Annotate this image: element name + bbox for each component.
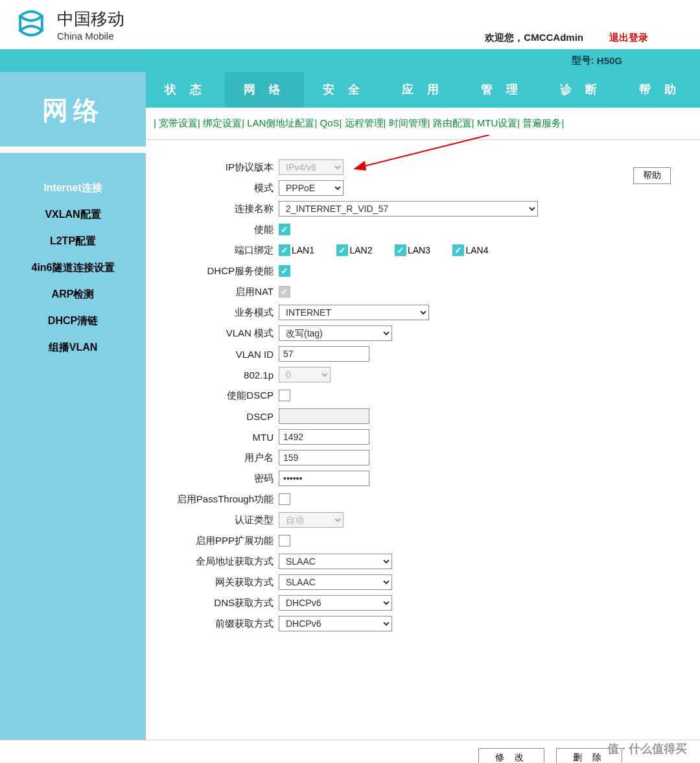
lbl-vlan-mode: VLAN 模式 — [159, 327, 279, 340]
select-biz-mode[interactable]: INTERNET — [279, 305, 429, 320]
checkbox-enable[interactable] — [279, 224, 290, 235]
lbl-gw: 网关获取方式 — [159, 576, 279, 589]
footer-bar: 修 改 删 除 — [0, 740, 700, 763]
sidebar-title: 网络 — [0, 72, 146, 153]
lbl-nat: 启用NAT — [159, 286, 279, 298]
lbl-auth-type: 认证类型 — [159, 514, 279, 526]
lbl-enable: 使能 — [159, 224, 279, 236]
welcome-text: 欢迎您，CMCCAdmin — [485, 32, 583, 44]
sidebar-item-4in6[interactable]: 4in6隧道连接设置 — [0, 255, 146, 281]
model-bar: 型号: H50G — [0, 49, 700, 72]
lbl-global-addr: 全局地址获取方式 — [159, 556, 279, 568]
subnav-time[interactable]: 时间管理 — [389, 117, 428, 128]
select-ip-proto[interactable]: IPv4/v6 — [279, 159, 344, 175]
select-gw[interactable]: SLAAC — [279, 574, 392, 590]
subnav-universal[interactable]: 普遍服务 — [522, 117, 561, 128]
tab-apps[interactable]: 应 用 — [383, 72, 462, 108]
subnav-route[interactable]: 路由配置 — [433, 117, 472, 128]
tab-help[interactable]: 帮 助 — [621, 72, 700, 108]
checkbox-lan3[interactable] — [395, 244, 406, 256]
lbl-conn-name: 连接名称 — [159, 203, 279, 215]
checkbox-lan2[interactable] — [336, 244, 348, 256]
lan2-label: LAN2 — [349, 245, 372, 255]
sidebar-item-arp[interactable]: ARP检测 — [0, 281, 146, 308]
lbl-dscp: DSCP — [159, 411, 279, 422]
modify-button[interactable]: 修 改 — [478, 748, 544, 763]
checkbox-dscp-en[interactable] — [279, 390, 290, 401]
lbl-ppp-ext: 启用PPP扩展功能 — [159, 535, 279, 547]
tab-manage[interactable]: 管 理 — [463, 72, 542, 108]
sidebar-item-l2tp[interactable]: L2TP配置 — [0, 228, 146, 255]
tab-security[interactable]: 安 全 — [304, 72, 383, 108]
lbl-dot1p: 802.1p — [159, 370, 279, 381]
delete-button[interactable]: 删 除 — [556, 748, 622, 763]
subnav-mtu[interactable]: MTU设置 — [477, 117, 518, 128]
top-nav: 状 态 网 络 安 全 应 用 管 理 诊 断 帮 助 — [146, 72, 700, 108]
lbl-ip-proto: IP协议版本 — [159, 161, 279, 174]
lbl-prefix: 前缀获取方式 — [159, 618, 279, 630]
select-conn-name[interactable]: 2_INTERNET_R_VID_57 — [279, 201, 538, 217]
checkbox-lan1[interactable] — [279, 244, 290, 256]
input-password[interactable] — [279, 471, 369, 486]
sidebar-item-vxlan[interactable]: VXLAN配置 — [0, 202, 146, 228]
select-prefix[interactable]: DHCPv6 — [279, 616, 392, 631]
tab-status[interactable]: 状 态 — [146, 72, 225, 108]
sidebar-item-internet[interactable]: Internet连接 — [0, 175, 146, 202]
logout-link[interactable]: 退出登录 — [609, 32, 648, 44]
input-vlan-id[interactable] — [279, 346, 369, 362]
subnav-qos[interactable]: QoS — [320, 117, 340, 128]
select-global-addr[interactable]: SLAAC — [279, 554, 392, 569]
lan3-label: LAN3 — [408, 245, 430, 255]
lbl-port-bind: 端口绑定 — [159, 244, 279, 257]
sidebar: 网络 Internet连接 VXLAN配置 L2TP配置 4in6隧道连接设置 … — [0, 72, 146, 740]
logo-text-en: China Mobile — [57, 30, 124, 41]
tab-network[interactable]: 网 络 — [225, 72, 304, 108]
select-mode[interactable]: PPPoE — [279, 180, 344, 196]
lbl-dscp-en: 使能DSCP — [159, 390, 279, 402]
lbl-mode: 模式 — [159, 182, 279, 194]
select-vlan-mode[interactable]: 改写(tag) — [279, 325, 392, 341]
lbl-dhcp-srv: DHCP服务使能 — [159, 265, 279, 277]
logo-area: 中国移动 China Mobile — [13, 5, 124, 44]
checkbox-nat — [279, 286, 290, 298]
lbl-user: 用户名 — [159, 452, 279, 464]
lbl-vlan-id: VLAN ID — [159, 349, 279, 360]
checkbox-lan4[interactable] — [452, 244, 464, 256]
model-value: H50G — [597, 55, 622, 66]
sub-nav: | 宽带设置| 绑定设置| LAN侧地址配置| QoS| 远程管理| 时间管理|… — [146, 108, 700, 140]
select-dns[interactable]: DHCPv6 — [279, 595, 392, 611]
input-mtu[interactable] — [279, 429, 369, 445]
subnav-lan[interactable]: LAN侧地址配置 — [247, 117, 314, 128]
subnav-binding[interactable]: 绑定设置 — [203, 117, 242, 128]
form-area: 帮助 IP协议版本IPv4/v6 模式PPPoE 连接名称2_INTERNET_… — [146, 140, 700, 650]
lbl-dns: DNS获取方式 — [159, 597, 279, 609]
logo-text-cn: 中国移动 — [57, 8, 124, 30]
china-mobile-logo-icon — [13, 5, 49, 44]
input-dscp[interactable] — [279, 408, 369, 424]
lan1-label: LAN1 — [292, 245, 314, 255]
model-label: 型号: — [572, 54, 594, 67]
lbl-passthrough: 启用PassThrough功能 — [159, 493, 279, 506]
checkbox-ppp-ext[interactable] — [279, 535, 290, 546]
lbl-mtu: MTU — [159, 432, 279, 443]
select-auth-type[interactable]: 自动 — [279, 512, 344, 528]
tab-diagnose[interactable]: 诊 断 — [542, 72, 621, 108]
sidebar-item-dhcp[interactable]: DHCP清链 — [0, 308, 146, 335]
lbl-biz-mode: 业务模式 — [159, 307, 279, 319]
checkbox-passthrough[interactable] — [279, 493, 290, 505]
subnav-remote[interactable]: 远程管理 — [345, 117, 384, 128]
lbl-pass: 密码 — [159, 473, 279, 485]
checkbox-dhcp-srv[interactable] — [279, 265, 290, 277]
input-username[interactable] — [279, 450, 369, 465]
select-dot1p[interactable]: 0 — [279, 367, 331, 382]
lan4-label: LAN4 — [465, 245, 488, 255]
sidebar-item-multicast[interactable]: 组播VLAN — [0, 335, 146, 361]
subnav-broadband[interactable]: 宽带设置 — [159, 117, 198, 128]
help-button[interactable]: 帮助 — [633, 167, 671, 184]
